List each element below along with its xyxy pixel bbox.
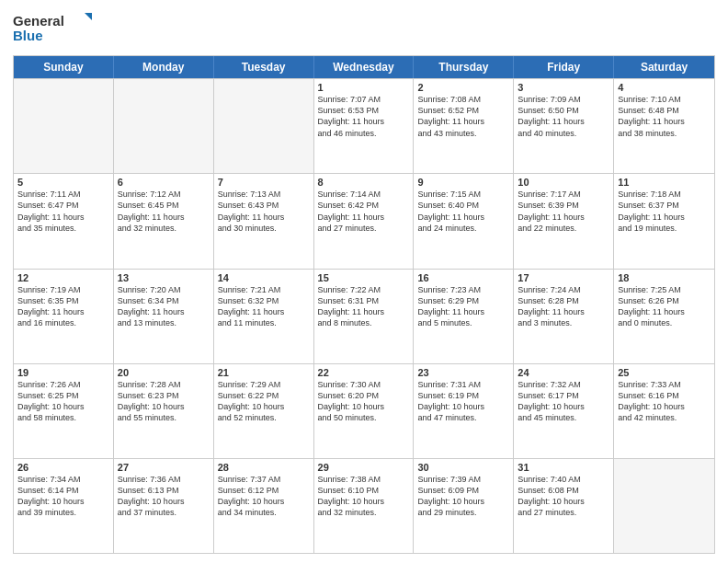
svg-marker-1 [85, 13, 92, 20]
sun-info: Sunrise: 7:08 AM Sunset: 6:52 PM Dayligh… [417, 94, 509, 139]
logo-svg: General Blue [13, 9, 96, 44]
svg-text:General: General [13, 13, 64, 29]
calendar-day-cell: 24Sunrise: 7:32 AM Sunset: 6:17 PM Dayli… [514, 364, 614, 458]
day-number: 5 [17, 177, 109, 188]
calendar-day-cell: 21Sunrise: 7:29 AM Sunset: 6:22 PM Dayli… [214, 364, 314, 458]
sun-info: Sunrise: 7:12 AM Sunset: 6:45 PM Dayligh… [118, 189, 210, 234]
calendar-day-cell: 18Sunrise: 7:25 AM Sunset: 6:26 PM Dayli… [614, 270, 714, 363]
sun-info: Sunrise: 7:22 AM Sunset: 6:31 PM Dayligh… [318, 284, 410, 329]
calendar-day-cell: 7Sunrise: 7:13 AM Sunset: 6:43 PM Daylig… [214, 174, 314, 268]
calendar-day-cell: 29Sunrise: 7:38 AM Sunset: 6:10 PM Dayli… [314, 459, 415, 553]
calendar-day-cell: 2Sunrise: 7:08 AM Sunset: 6:52 PM Daylig… [414, 79, 514, 173]
day-number: 12 [17, 272, 109, 283]
sun-info: Sunrise: 7:19 AM Sunset: 6:35 PM Dayligh… [17, 284, 109, 329]
sun-info: Sunrise: 7:40 AM Sunset: 6:08 PM Dayligh… [518, 474, 609, 519]
calendar-day-cell: 28Sunrise: 7:37 AM Sunset: 6:12 PM Dayli… [214, 459, 314, 553]
calendar-day-cell: 31Sunrise: 7:40 AM Sunset: 6:08 PM Dayli… [514, 459, 614, 553]
calendar-day-cell: 10Sunrise: 7:17 AM Sunset: 6:39 PM Dayli… [514, 174, 614, 268]
calendar-body: 1Sunrise: 7:07 AM Sunset: 6:53 PM Daylig… [14, 78, 714, 553]
calendar-day-cell: 3Sunrise: 7:09 AM Sunset: 6:50 PM Daylig… [514, 79, 614, 173]
day-number: 23 [417, 367, 509, 378]
calendar-week-row: 26Sunrise: 7:34 AM Sunset: 6:14 PM Dayli… [14, 458, 714, 553]
logo-text: General Blue [13, 9, 96, 48]
calendar-day-cell [114, 79, 214, 173]
calendar-day-cell: 22Sunrise: 7:30 AM Sunset: 6:20 PM Dayli… [314, 364, 415, 458]
day-number: 16 [417, 272, 509, 283]
day-number: 6 [118, 177, 210, 188]
day-number: 31 [518, 462, 609, 473]
calendar-day-cell: 4Sunrise: 7:10 AM Sunset: 6:48 PM Daylig… [614, 79, 714, 173]
day-number: 10 [518, 177, 609, 188]
day-number: 4 [618, 82, 711, 93]
calendar-day-cell: 16Sunrise: 7:23 AM Sunset: 6:29 PM Dayli… [414, 270, 514, 363]
day-number: 14 [218, 272, 310, 283]
calendar-day-cell: 25Sunrise: 7:33 AM Sunset: 6:16 PM Dayli… [614, 364, 714, 458]
calendar-day-cell [14, 79, 114, 173]
calendar-day-cell: 26Sunrise: 7:34 AM Sunset: 6:14 PM Dayli… [14, 459, 114, 553]
day-number: 1 [318, 82, 410, 93]
calendar-day-cell [614, 459, 714, 553]
calendar-day-cell: 19Sunrise: 7:26 AM Sunset: 6:25 PM Dayli… [14, 364, 114, 458]
sun-info: Sunrise: 7:11 AM Sunset: 6:47 PM Dayligh… [17, 189, 109, 234]
calendar-week-row: 5Sunrise: 7:11 AM Sunset: 6:47 PM Daylig… [14, 173, 714, 268]
calendar-day-cell: 17Sunrise: 7:24 AM Sunset: 6:28 PM Dayli… [514, 270, 614, 363]
calendar-header-cell: Friday [514, 56, 614, 78]
calendar-day-cell: 20Sunrise: 7:28 AM Sunset: 6:23 PM Dayli… [114, 364, 214, 458]
calendar-day-cell: 5Sunrise: 7:11 AM Sunset: 6:47 PM Daylig… [14, 174, 114, 268]
day-number: 18 [618, 272, 711, 283]
sun-info: Sunrise: 7:39 AM Sunset: 6:09 PM Dayligh… [417, 474, 509, 519]
calendar-day-cell: 1Sunrise: 7:07 AM Sunset: 6:53 PM Daylig… [314, 79, 415, 173]
sun-info: Sunrise: 7:37 AM Sunset: 6:12 PM Dayligh… [218, 474, 310, 519]
svg-text:Blue: Blue [13, 28, 43, 43]
calendar-day-cell: 12Sunrise: 7:19 AM Sunset: 6:35 PM Dayli… [14, 270, 114, 363]
calendar-day-cell: 8Sunrise: 7:14 AM Sunset: 6:42 PM Daylig… [314, 174, 415, 268]
day-number: 19 [17, 367, 109, 378]
calendar-day-cell: 11Sunrise: 7:18 AM Sunset: 6:37 PM Dayli… [614, 174, 714, 268]
sun-info: Sunrise: 7:13 AM Sunset: 6:43 PM Dayligh… [218, 189, 310, 234]
day-number: 7 [218, 177, 310, 188]
day-number: 9 [417, 177, 509, 188]
calendar-day-cell: 13Sunrise: 7:20 AM Sunset: 6:34 PM Dayli… [114, 270, 214, 363]
sun-info: Sunrise: 7:29 AM Sunset: 6:22 PM Dayligh… [218, 379, 310, 424]
sun-info: Sunrise: 7:28 AM Sunset: 6:23 PM Dayligh… [118, 379, 210, 424]
sun-info: Sunrise: 7:38 AM Sunset: 6:10 PM Dayligh… [318, 474, 410, 519]
day-number: 15 [318, 272, 410, 283]
day-number: 24 [518, 367, 609, 378]
sun-info: Sunrise: 7:23 AM Sunset: 6:29 PM Dayligh… [417, 284, 509, 329]
calendar-week-row: 19Sunrise: 7:26 AM Sunset: 6:25 PM Dayli… [14, 363, 714, 458]
sun-info: Sunrise: 7:10 AM Sunset: 6:48 PM Dayligh… [618, 94, 711, 139]
sun-info: Sunrise: 7:20 AM Sunset: 6:34 PM Dayligh… [118, 284, 210, 329]
day-number: 25 [618, 367, 711, 378]
calendar-header-cell: Thursday [414, 56, 514, 78]
sun-info: Sunrise: 7:30 AM Sunset: 6:20 PM Dayligh… [318, 379, 410, 424]
day-number: 21 [218, 367, 310, 378]
day-number: 27 [118, 462, 210, 473]
sun-info: Sunrise: 7:21 AM Sunset: 6:32 PM Dayligh… [218, 284, 310, 329]
calendar-day-cell [214, 79, 314, 173]
calendar-header: SundayMondayTuesdayWednesdayThursdayFrid… [14, 56, 714, 78]
calendar-week-row: 12Sunrise: 7:19 AM Sunset: 6:35 PM Dayli… [14, 269, 714, 363]
calendar-header-cell: Sunday [14, 56, 114, 78]
day-number: 22 [318, 367, 410, 378]
sun-info: Sunrise: 7:18 AM Sunset: 6:37 PM Dayligh… [618, 189, 711, 234]
day-number: 30 [417, 462, 509, 473]
calendar-day-cell: 15Sunrise: 7:22 AM Sunset: 6:31 PM Dayli… [314, 270, 415, 363]
calendar-day-cell: 27Sunrise: 7:36 AM Sunset: 6:13 PM Dayli… [114, 459, 214, 553]
sun-info: Sunrise: 7:15 AM Sunset: 6:40 PM Dayligh… [417, 189, 509, 234]
day-number: 2 [417, 82, 509, 93]
logo: General Blue [13, 9, 96, 48]
day-number: 26 [17, 462, 109, 473]
calendar-header-cell: Saturday [614, 56, 714, 78]
calendar-day-cell: 9Sunrise: 7:15 AM Sunset: 6:40 PM Daylig… [414, 174, 514, 268]
sun-info: Sunrise: 7:34 AM Sunset: 6:14 PM Dayligh… [17, 474, 109, 519]
day-number: 20 [118, 367, 210, 378]
page: General Blue SundayMondayTuesdayWednesda… [0, 0, 728, 563]
header: General Blue [13, 9, 715, 48]
calendar-day-cell: 23Sunrise: 7:31 AM Sunset: 6:19 PM Dayli… [414, 364, 514, 458]
calendar-day-cell: 30Sunrise: 7:39 AM Sunset: 6:09 PM Dayli… [414, 459, 514, 553]
sun-info: Sunrise: 7:14 AM Sunset: 6:42 PM Dayligh… [318, 189, 410, 234]
day-number: 3 [518, 82, 609, 93]
calendar-week-row: 1Sunrise: 7:07 AM Sunset: 6:53 PM Daylig… [14, 78, 714, 173]
day-number: 29 [318, 462, 410, 473]
day-number: 11 [618, 177, 711, 188]
